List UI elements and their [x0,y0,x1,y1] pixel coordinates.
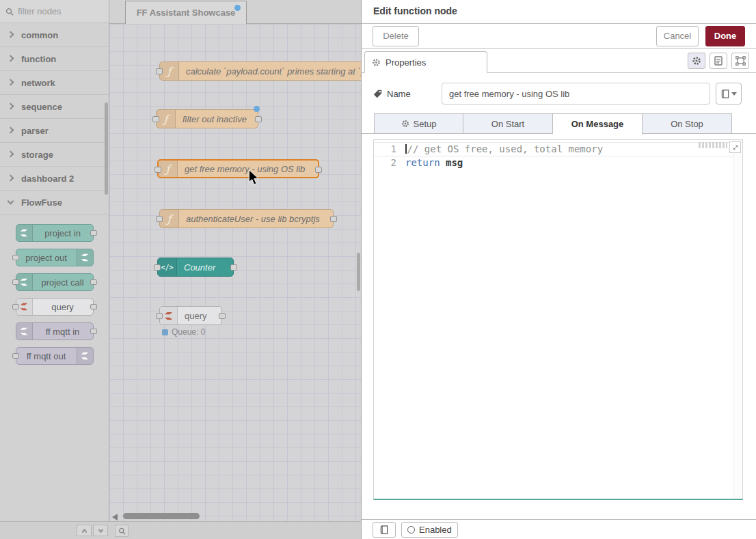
done-button[interactable]: Done [705,26,745,46]
palette-node-project-out[interactable]: project out [16,249,94,266]
document-icon [714,56,723,66]
name-row: Name [373,83,745,105]
properties-icon-button[interactable] [688,53,705,69]
tray-title: Edit function node [362,0,756,24]
palette-node-label: project call [33,274,93,290]
palette-collapse-all-button[interactable] [77,525,92,536]
gear-icon [401,120,409,128]
function-icon: ƒ [160,62,179,80]
description-icon-button[interactable] [710,53,727,69]
input-port[interactable] [156,313,163,319]
tab-properties[interactable]: Properties [364,51,487,73]
input-port [12,353,19,359]
tab-label: Setup [414,119,437,129]
line-number: 2 [374,156,405,169]
output-port[interactable] [255,116,262,122]
node-counter[interactable]: </> Counter [157,258,234,277]
palette-category-parser[interactable]: parser [0,119,109,143]
properties-tab-row: Properties [362,49,756,73]
palette-search[interactable] [0,0,109,23]
input-port[interactable] [156,216,163,222]
input-port [12,304,19,309]
code-text: msg [440,157,463,168]
flow-tab-label: FF Assistant Showcase [137,8,236,18]
properties-tab-label: Properties [386,57,426,68]
palette-node-label: ff mqtt out [16,348,77,364]
hscroll-thumb[interactable] [123,513,200,519]
search-icon [5,8,14,16]
hscroll-left-arrow[interactable] [112,514,118,521]
output-port [90,304,97,309]
tab-setup[interactable]: Setup [374,113,463,134]
flow-canvas: FF Assistant Showcase ƒ calculate `paylo… [109,0,361,521]
output-port[interactable] [219,313,226,319]
node-calculate-primes[interactable]: ƒ calculate `payload.count` primes start… [159,61,361,81]
cancel-button[interactable]: Cancel [656,26,699,46]
output-port[interactable] [330,216,337,222]
palette-category-flowfuse[interactable]: FlowFuse [0,191,109,215]
editor-scrollbar[interactable] [733,140,742,499]
input-port[interactable] [154,264,161,271]
palette-filter-input[interactable] [18,6,100,16]
input-port[interactable] [156,68,163,74]
palette-scrollbar[interactable] [105,102,108,195]
palette-category-sequence[interactable]: sequence [0,95,109,119]
enabled-toggle-button[interactable]: Enabled [401,522,458,538]
category-label: storage [21,150,53,160]
canvas-zoom-button[interactable] [115,525,129,537]
enabled-label: Enabled [419,525,452,535]
workspace-grid[interactable]: ƒ calculate `payload.count` primes start… [109,24,361,521]
tab-on-start[interactable]: On Start [463,113,553,134]
node-label: authenticateUser - use lib bcryptjs [179,210,333,227]
palette-node-ff-mqtt-out[interactable]: ff mqtt out [16,347,94,365]
tab-on-message[interactable]: On Message [553,113,643,135]
name-label-group: Name [373,89,442,99]
library-dropdown-button[interactable] [716,83,742,105]
code-editor[interactable]: 1 // get OS free, used, total memory 2 r… [373,139,743,500]
node-red-editor: common function network sequence parser … [0,0,756,539]
category-label: dashboard 2 [21,174,74,184]
tab-label: On Start [491,119,524,129]
output-port [90,329,97,334]
node-label: query [178,307,221,324]
delete-button[interactable]: Delete [373,26,419,46]
input-port[interactable] [152,116,159,122]
palette-node-query[interactable]: query [16,298,94,316]
flowfuse-icon [16,225,33,241]
changed-dot [254,106,260,112]
library-button[interactable] [373,522,396,538]
vscroll-thumb[interactable] [357,253,360,291]
category-label: network [21,78,55,88]
name-input[interactable] [442,83,710,105]
palette-category-function[interactable]: function [0,47,109,71]
node-query[interactable]: query [159,306,222,325]
node-filter-out-inactive[interactable]: ƒ filter out inactive [156,109,258,128]
flow-tab[interactable]: FF Assistant Showcase [125,1,247,24]
appearance-icon-button[interactable] [731,53,749,69]
palette-node-project-call[interactable]: project call [16,273,94,291]
function-icon: ƒ [159,161,178,177]
palette-category-common[interactable]: common [0,23,109,47]
caret-down-icon [731,92,737,96]
chevron-right-icon [8,150,14,157]
category-label: FlowFuse [21,197,62,208]
frame-icon [735,56,746,66]
palette-node-project-in[interactable]: project in [16,224,94,242]
editor-minimap [699,142,727,148]
palette-category-dashboard2[interactable]: dashboard 2 [0,167,109,191]
chevron-right-icon [8,79,14,85]
editor-expand-button[interactable] [729,141,741,153]
output-port[interactable] [315,167,322,173]
tab-label: On Stop [671,119,703,129]
node-get-free-memory[interactable]: ƒ get free memory - using OS lib [157,159,319,178]
node-label: Counter [177,258,233,276]
palette-expand-all-button[interactable] [93,525,108,536]
chevron-right-icon [8,55,14,61]
node-authenticate-user[interactable]: ƒ authenticateUser - use lib bcryptjs [159,209,334,228]
tab-on-stop[interactable]: On Stop [643,113,732,134]
output-port[interactable] [230,264,237,271]
input-port[interactable] [154,167,161,173]
palette-category-network[interactable]: network [0,71,109,95]
palette-node-ff-mqtt-in[interactable]: ff mqtt in [16,322,94,340]
palette-category-storage[interactable]: storage [0,143,109,167]
